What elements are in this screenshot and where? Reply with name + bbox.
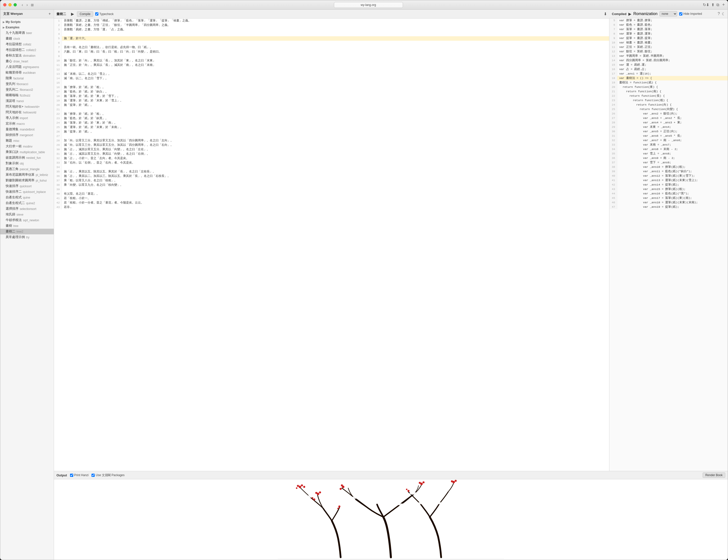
sidebar-item-helloworld+[interactable]: 問天地好在+ helloworld+ [0, 104, 54, 110]
sidebar-item-desc: draw_heart [13, 60, 28, 63]
sidebar-item-name: 對象示例 [6, 161, 19, 166]
compiled-line-33: 33 var 末南 = _ans7; [609, 143, 728, 147]
svg-point-13 [319, 491, 321, 493]
share-button[interactable]: ⬆ [711, 2, 714, 7]
line-number: 2 [54, 23, 62, 27]
sidebar-item-desc: pi_leibniz [36, 173, 48, 177]
sidebar-item-fizzbuzz[interactable]: 嘶嘶嗡嗡 fizzbuzz [0, 93, 54, 98]
code-line-26: 26施「提筆」於「紙」。 [54, 130, 609, 134]
compiled-line-content: var _ans19 = 提筆(紙); [617, 205, 679, 209]
sidebar-item-tree2[interactable]: 畫樹二 tree2 [0, 229, 54, 234]
back-button[interactable]: ‹ [21, 2, 24, 8]
sidebar-item-sqrt_newton[interactable]: 牛頓求根法 sqrt_newton [0, 217, 54, 223]
sidebar-item-helloworld[interactable]: 問天地好在 helloworld [0, 110, 54, 115]
line-number: 30 [54, 147, 62, 152]
compiled-line-content: return function(南) { [617, 89, 661, 94]
compiled-settings-button[interactable]: ☾ [722, 12, 725, 16]
typecheck-checkbox[interactable] [95, 12, 98, 16]
sidebar-item-clock[interactable]: 畫鐘 clock [0, 36, 54, 41]
render-book-button[interactable]: Render Book [703, 472, 725, 478]
compiled-line-content: var _ans10 = 撩筆(紙)(粗); [617, 165, 686, 169]
svg-point-3 [398, 504, 404, 505]
compiled-line-number: 24 [609, 103, 617, 107]
sidebar-item-pi_liuhui[interactable]: 劉徽割圓術求圓周率 pi_liuhui [0, 178, 54, 183]
add-tab-button[interactable]: + [722, 2, 725, 7]
line-number: 43 [54, 205, 62, 209]
forward-button[interactable]: › [25, 2, 29, 8]
compiled-line-number: 17 [609, 72, 617, 76]
compiled-line-number: 26 [609, 112, 617, 116]
compiled-line-content: var 占 = 易經.占; [617, 67, 646, 72]
print-hanzi-checkbox[interactable] [70, 474, 73, 477]
url-input[interactable] [334, 2, 403, 8]
sidebar-item-euclidean[interactable]: 歐幾里得尋 euclidean [0, 70, 54, 75]
compiled-line-number: 7 [609, 27, 617, 32]
minimize-button[interactable] [8, 3, 12, 6]
sidebar-item-try[interactable]: 異常處理示例 try [0, 234, 54, 240]
compiled-line-32: 32 var _ans7 = 南 - _ans6; [609, 138, 728, 143]
reload-button[interactable]: ↻ [703, 2, 706, 7]
svg-point-6 [435, 502, 443, 504]
sidebar-item-quine2[interactable]: 自產生程式二 quine2 [0, 200, 54, 206]
compiled-line-number: 20 [609, 85, 617, 89]
line-content: 減「向」以零又三分。乘其以零又五分。加其以「四分圓周率」。名之曰「右向」。 [62, 143, 173, 147]
compiled-lines: 5var 撩筆 = 畫譜.撩筆;6var 藍色 = 畫譜.藍色;7var 落筆 … [609, 18, 728, 209]
sidebar-item-pi_leibniz[interactable]: 萊布尼茲圓周率估算 pi_leibniz [0, 172, 54, 178]
svg-point-14 [315, 492, 317, 494]
sidebar-item-divination[interactable]: 春秋古筮法 divination [0, 53, 54, 58]
sidebar-item-eightqueens[interactable]: 八皇后問題 eightqueens [0, 64, 54, 70]
sidebar-item-misc[interactable]: 雜題 misc [0, 138, 54, 144]
compiled-line-37: 37 var 雪下 = _ans9; [609, 160, 728, 165]
sidebar-scroll[interactable]: ▶ My Scripts ▶ Examples 九十九瓶啤酒 beer畫鐘 cl… [0, 18, 54, 560]
code-editor[interactable]: 1吾嘗觀「畫譜」之書。方悟「傅紙」「撩筆」「藍色」「落筆」「運筆」「提筆」「裱畫… [54, 19, 609, 471]
sidebar-item-quine[interactable]: 自產生程式 quine [0, 195, 54, 200]
compile-button[interactable]: Compile [77, 11, 93, 17]
hide-imported-checkbox[interactable] [679, 12, 682, 16]
sidebar-item-modinv[interactable]: 大衍求一術 modinv [0, 144, 54, 149]
use-packages-checkbox[interactable] [92, 474, 95, 477]
download-source-button[interactable]: ⬇ [604, 12, 607, 16]
compiled-line-content: var _ans12 = 落筆(紙)(東)(雪下); [617, 174, 695, 178]
sidebar-item-macro[interactable]: 宏示例 macro [0, 121, 54, 127]
compiled-run-button[interactable]: ▶ [628, 12, 631, 16]
sidebar-toggle-button[interactable]: ⊞ [31, 3, 34, 7]
maximize-button[interactable] [14, 3, 17, 6]
sidebar-item-draw_heart[interactable]: 畫心 draw_heart [0, 58, 54, 64]
sidebar-item-nested_fun[interactable]: 嵌套調用示例 nested_fun [0, 155, 54, 161]
sidebar-add-button[interactable]: + [49, 12, 51, 16]
sidebar-item-collatz2[interactable]: 考拉茲猜想二 collatz2 [0, 47, 54, 53]
sidebar-item-import[interactable]: 導入示例 import [0, 115, 54, 121]
sidebar-item-hanoi[interactable]: 漢諾塔 hanoi [0, 98, 54, 104]
close-button[interactable] [3, 3, 6, 6]
sidebar-item-pascal_triangle[interactable]: 貫惠三角 pascal_triangle [0, 166, 54, 172]
sidebar-item-beer[interactable]: 九十九瓶啤酒 beer [0, 30, 54, 36]
sidebar-item-obj[interactable]: 對象示例 obj [0, 161, 54, 166]
sidebar-item-quicksort_inplace[interactable]: 快速排序二 quicksort_inplace [0, 189, 54, 195]
sidebar-section-my-scripts[interactable]: ▶ My Scripts [0, 19, 54, 25]
compiled-line-number: 43 [609, 187, 617, 191]
sidebar-item-factorial[interactable]: 階乘 factorial [0, 75, 54, 81]
sidebar-item-fibonacci2[interactable]: 斐氏列二 fibonacci2 [0, 87, 54, 93]
compiled-line-24: 24 return function(向) { [609, 103, 728, 107]
code-line-21: 21 [54, 107, 609, 112]
pip-button[interactable]: ⧉ [716, 3, 719, 7]
line-number: 23 [54, 116, 62, 121]
sidebar-item-fibonacci[interactable]: 斐氏列 fibonacci [0, 81, 54, 87]
sidebar-item-desc: quicksort [20, 185, 32, 188]
sidebar-item-tree[interactable]: 畫樹 tree [0, 223, 54, 229]
compiled-line-content: var 運筆 = 畫譜.運筆; [617, 32, 652, 36]
sidebar-item-selectionsort[interactable]: 選擇排序 selectionsort [0, 206, 54, 212]
compiled-help-button[interactable]: ? [718, 12, 720, 16]
compiled-line-25: 25 return function(向變) { [609, 107, 728, 112]
sidebar-item-sieve[interactable]: 埃氏篩 sieve [0, 212, 54, 217]
sidebar-item-mandelbrot[interactable]: 曼德博集 mandelbrot [0, 127, 54, 132]
romanization-select[interactable]: none pinyin jyutping [659, 11, 677, 17]
sidebar-item-multiplication_table[interactable]: 乘算口訣 multiplication_table [0, 149, 54, 155]
compiled-scroll[interactable]: 5var 撩筆 = 畫譜.撩筆;6var 藍色 = 畫譜.藍色;7var 落筆 … [609, 18, 728, 471]
sidebar-item-quicksort[interactable]: 快速排序 quicksort [0, 183, 54, 189]
sidebar-item-mergesort[interactable]: 歸併排序 mergesort [0, 132, 54, 138]
sidebar-item-collatz[interactable]: 考拉茲猜想 collatz [0, 41, 54, 47]
download-button[interactable]: ⬇ [706, 2, 709, 7]
run-button[interactable]: ▶ [70, 11, 75, 17]
sidebar-section-examples[interactable]: ▶ Examples [0, 25, 54, 30]
